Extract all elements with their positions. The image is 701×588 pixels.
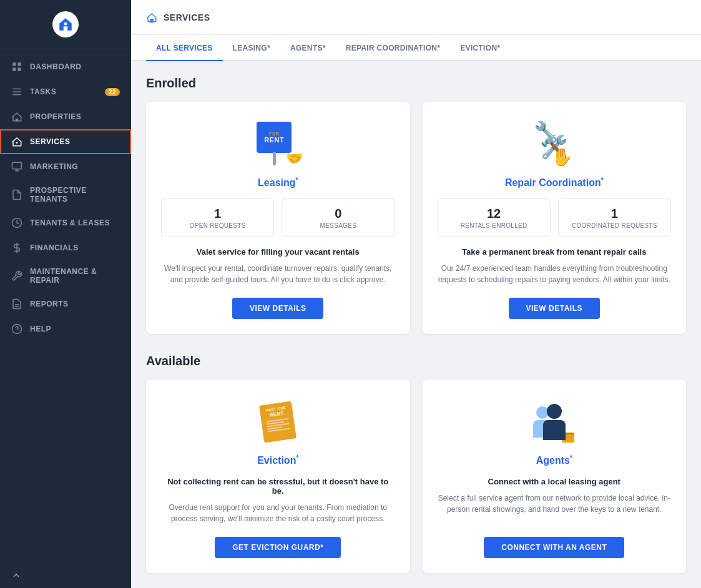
svg-rect-10 — [12, 162, 22, 169]
svg-point-0 — [64, 22, 67, 26]
sidebar-item-label: MARKETING — [30, 162, 78, 171]
agents-headline: Connect with a local leasing agent — [488, 477, 620, 486]
tab-leasing[interactable]: LEASING* — [223, 35, 280, 61]
leasing-description: We'll inspect your rental, coordinate tu… — [161, 263, 395, 285]
repair-card-name: Repair Coordination* — [505, 177, 604, 189]
svg-point-9 — [16, 142, 18, 144]
agents-card-name: Agents* — [536, 454, 572, 466]
services-icon — [11, 136, 22, 147]
logo — [52, 11, 79, 37]
repair-view-details-button[interactable]: VIEW DETAILS — [509, 298, 600, 319]
tab-all-services[interactable]: ALL SERVICES — [146, 35, 223, 61]
svg-rect-4 — [18, 68, 21, 71]
svg-rect-2 — [18, 62, 21, 66]
sidebar-item-reports[interactable]: REPORTS — [0, 292, 131, 316]
eviction-illustration: PAST DUE RENT — [250, 397, 306, 447]
file-text-icon — [11, 298, 22, 310]
sidebar-item-label: FINANCIALS — [30, 243, 79, 252]
connect-with-agent-button[interactable]: CONNECT WITH AN AGENT — [484, 537, 624, 558]
eviction-card: PAST DUE RENT — [146, 380, 410, 572]
repair-headline: Take a permanent break from tenant repai… — [462, 247, 646, 257]
sidebar-item-tenants-leases[interactable]: TENANTS & LEASES — [0, 210, 131, 235]
tasks-badge: 22 — [105, 88, 120, 96]
chevron-up-icon — [11, 571, 21, 581]
repair-stat-0: 12 RENTALS ENROLLED — [438, 198, 551, 237]
svg-rect-1 — [12, 62, 16, 66]
available-section-title: Available — [146, 354, 686, 368]
sidebar-item-marketing[interactable]: MARKETING — [0, 154, 131, 179]
sidebar-item-label: PROPERTIES — [30, 112, 81, 121]
eviction-headline: Not collecting rent can be stressful, bu… — [161, 477, 395, 496]
services-content: Enrolled FOR RENT 🤝 — [131, 61, 701, 588]
leasing-stat-1: 0 MESSAGES — [282, 198, 395, 237]
agents-illustration — [526, 397, 582, 447]
services-header-icon — [146, 12, 157, 23]
sidebar-item-label: REPORTS — [30, 300, 69, 308]
repair-description: Our 24/7 experienced team handles everyt… — [438, 263, 672, 285]
main-content: SERVICES ALL SERVICES LEASING* AGENTS* R… — [131, 0, 701, 588]
sidebar-item-label: TENANTS & LEASES — [30, 218, 110, 227]
leasing-headline: Valet service for filling your vacant re… — [197, 247, 360, 257]
clock-icon — [11, 217, 22, 228]
leasing-stats: 1 OPEN REQUESTS 0 MESSAGES — [161, 198, 395, 237]
sidebar-item-properties[interactable]: PROPERTIES — [0, 104, 131, 129]
leasing-illustration: FOR RENT 🤝 — [250, 119, 306, 169]
repair-coordination-card: 🔧 🛠️ ✋ Repair Coordination* 12 RENTALS E… — [423, 102, 687, 334]
eviction-get-guard-button[interactable]: GET EVICTION GUARD* — [215, 537, 341, 558]
sidebar-item-maintenance-repair[interactable]: MAINTENANCE & REPAIR — [0, 260, 131, 292]
sidebar-footer[interactable] — [0, 563, 131, 588]
sidebar-item-financials[interactable]: FINANCIALS — [0, 235, 131, 260]
leasing-card-name: Leasing* — [258, 177, 298, 189]
sidebar-item-services[interactable]: SERVICES — [0, 129, 131, 154]
eviction-description: Overdue rent support for you and your te… — [161, 502, 395, 524]
repair-stats: 12 RENTALS ENROLLED 1 COORDINATED REQUES… — [438, 198, 672, 237]
sidebar-item-label: PROSPECTIVE TENANTS — [30, 186, 120, 203]
svg-rect-8 — [16, 119, 19, 122]
sidebar-item-label: SERVICES — [30, 137, 70, 146]
file-icon — [11, 189, 22, 200]
top-bar: SERVICES — [131, 0, 701, 35]
leasing-view-details-button[interactable]: VIEW DETAILS — [232, 298, 323, 319]
svg-rect-3 — [12, 68, 16, 71]
sidebar-navigation: DASHBOARD TASKS 22 PROPERTIES SERVICES M… — [0, 49, 131, 563]
sidebar-item-tasks[interactable]: TASKS 22 — [0, 79, 131, 104]
sidebar-item-label: TASKS — [30, 87, 56, 96]
agents-card: Agents* Connect with a local leasing age… — [423, 380, 687, 572]
sidebar: DASHBOARD TASKS 22 PROPERTIES SERVICES M… — [0, 0, 131, 588]
available-cards-row: PAST DUE RENT — [146, 380, 686, 572]
repair-illustration: 🔧 🛠️ ✋ — [526, 119, 582, 169]
tabs-bar: ALL SERVICES LEASING* AGENTS* REPAIR COO… — [131, 35, 701, 61]
dollar-icon — [11, 242, 22, 253]
sidebar-item-prospective-tenants[interactable]: PROSPECTIVE TENANTS — [0, 179, 131, 210]
tab-eviction[interactable]: EVICTION* — [450, 35, 510, 61]
home-icon — [11, 111, 22, 122]
page-title: SERVICES — [164, 12, 210, 22]
sidebar-item-label: MAINTENANCE & REPAIR — [30, 267, 120, 285]
sidebar-item-dashboard[interactable]: DASHBOARD — [0, 54, 131, 79]
tab-repair-coordination[interactable]: REPAIR COORDINATION* — [336, 35, 451, 61]
list-icon — [11, 86, 22, 97]
eviction-card-name: Eviction* — [257, 454, 298, 466]
leasing-stat-0: 1 OPEN REQUESTS — [161, 198, 274, 237]
repair-stat-1: 1 COORDINATED REQUESTS — [558, 198, 671, 237]
grid-icon — [11, 61, 22, 72]
sidebar-item-help[interactable]: HELP — [0, 316, 131, 341]
svg-rect-19 — [150, 19, 154, 22]
enrolled-cards-row: FOR RENT 🤝 Leasing* 1 OPEN RE — [146, 102, 686, 334]
tab-agents[interactable]: AGENTS* — [280, 35, 336, 61]
sidebar-item-label: HELP — [30, 325, 51, 333]
sidebar-item-label: DASHBOARD — [30, 62, 82, 71]
enrolled-section-title: Enrolled — [146, 76, 686, 91]
wrench-icon — [11, 270, 22, 282]
sidebar-logo — [0, 0, 131, 49]
leasing-card: FOR RENT 🤝 Leasing* 1 OPEN RE — [146, 102, 410, 334]
question-icon — [11, 323, 22, 335]
agents-description: Select a full service agent from our net… — [438, 492, 672, 524]
monitor-icon — [11, 161, 22, 172]
